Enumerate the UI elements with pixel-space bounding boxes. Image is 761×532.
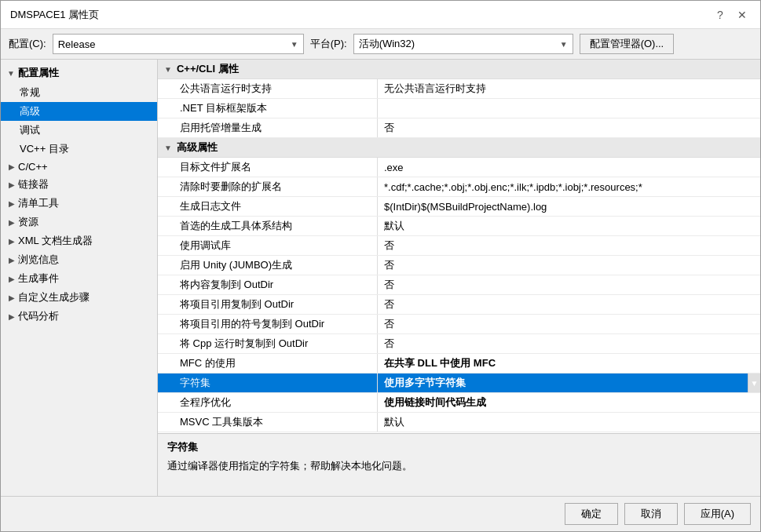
sidebar-group-manifest[interactable]: ▶ 清单工具 [1,194,157,213]
dialog: DMSPACE1 属性页 ? ✕ 配置(C): Release ▼ 平台(P):… [0,0,761,532]
prop-name-copy-proj-sym: 将项目引用的符号复制到 OutDir [158,315,378,333]
sidebar-group-label-cpp: C/C++ [18,161,48,173]
prop-row-msvc-toolset[interactable]: MSVC 工具集版本 默认 [158,413,760,432]
prop-value-msvc-toolset: 默认 [378,413,760,432]
sidebar-item-advanced[interactable]: 高级 [1,102,157,121]
sidebar-group-resource[interactable]: ▶ 资源 [1,213,157,231]
prop-value-charset: 使用多字节字符集 [378,373,748,392]
title-bar: DMSPACE1 属性页 ? ✕ [1,1,760,29]
section-collapse-arrow: ▼ [7,69,15,78]
close-button[interactable]: ✕ [734,6,751,24]
prop-name-msvc-toolset: MSVC 工具集版本 [158,413,378,432]
sidebar-group-label-linker: 链接器 [18,177,49,191]
prop-name-preferred-toolset: 首选的生成工具体系结构 [158,217,378,235]
prop-row-copy-content[interactable]: 将内容复制到 OutDir 否 [158,275,760,295]
sidebar-group-label-xml: XML 文档生成器 [18,234,93,248]
title-bar-buttons: ? ✕ [712,6,751,24]
prop-name-build-log: 生成日志文件 [158,197,378,216]
ok-button[interactable]: 确定 [565,503,618,525]
prop-name-mfc-use: MFC 的使用 [158,354,378,373]
prop-value-mfc-use: 在共享 DLL 中使用 MFC [378,354,760,373]
sidebar-group-label-resource: 资源 [18,215,38,229]
prop-row-mfc-use[interactable]: MFC 的使用 在共享 DLL 中使用 MFC [158,354,760,373]
prop-row-target-ext[interactable]: 目标文件扩展名 .exe [158,158,760,177]
config-bar: 配置(C): Release ▼ 平台(P): 活动(Win32) ▼ 配置管理… [1,29,760,60]
description-area: 字符集 通过编译器使用指定的字符集；帮助解决本地化问题。 [158,433,760,496]
prop-name-clr-support: 公共语言运行时支持 [158,79,378,98]
group-custom-build-arrow: ▶ [9,293,15,302]
main-area: ▼ 配置属性 常规 高级 调试 VC++ 目录 ▶ C/C++ ▶ 链接器 [1,60,760,496]
sidebar-group-label-browse: 浏览信息 [18,253,59,267]
apply-button[interactable]: 应用(A) [684,503,751,525]
prop-name-target-ext: 目标文件扩展名 [158,158,378,177]
prop-value-clr-support: 无公共语言运行时支持 [378,79,760,98]
prop-name-clean-ext: 清除时要删除的扩展名 [158,177,378,196]
sidebar-group-label-code-analysis: 代码分析 [18,309,59,323]
prop-name-managed-incremental: 启用托管增量生成 [158,118,378,137]
footer: 确定 取消 应用(A) [1,496,760,531]
prop-value-copy-proj-sym: 否 [378,315,760,333]
group-code-analysis-arrow: ▶ [9,312,15,321]
config-value: Release [58,38,96,50]
sidebar-group-linker[interactable]: ▶ 链接器 [1,175,157,194]
prop-row-copy-proj-refs[interactable]: 将项目引用复制到 OutDir 否 [158,295,760,315]
prop-name-dotnet-version: .NET 目标框架版本 [158,99,378,118]
prop-row-use-debug-lib[interactable]: 使用调试库 否 [158,236,760,256]
sidebar-group-build-events[interactable]: ▶ 生成事件 [1,269,157,288]
prop-row-whole-program-opt[interactable]: 全程序优化 使用链接时间代码生成 [158,393,760,413]
prop-row-build-log[interactable]: 生成日志文件 $(IntDir)$(MSBuildProjectName).lo… [158,197,760,217]
manage-config-button[interactable]: 配置管理器(O)... [580,34,675,54]
sidebar-section-header[interactable]: ▼ 配置属性 [1,63,157,83]
sidebar-item-general[interactable]: 常规 [1,83,157,102]
prop-value-unity-build: 否 [378,256,760,275]
prop-value-copy-cpp-runtime: 否 [378,334,760,353]
cpp-cli-section-header[interactable]: ▼ C++/CLI 属性 [158,60,760,79]
sidebar-group-xml[interactable]: ▶ XML 文档生成器 [1,231,157,250]
prop-name-use-debug-lib: 使用调试库 [158,236,378,255]
prop-row-copy-cpp-runtime[interactable]: 将 Cpp 运行时复制到 OutDir 否 [158,334,760,354]
platform-dropdown-arrow: ▼ [560,40,568,49]
sidebar-item-debug[interactable]: 调试 [1,121,157,140]
prop-row-clean-ext[interactable]: 清除时要删除的扩展名 *.cdf;*.cache;*.obj;*.obj.enc… [158,177,760,197]
prop-row-clr-support[interactable]: 公共语言运行时支持 无公共语言运行时支持 [158,79,760,99]
config-label: 配置(C): [9,37,46,51]
prop-value-dotnet-version [378,99,760,118]
sidebar-group-cpp[interactable]: ▶ C/C++ [1,159,157,175]
group-browse-arrow: ▶ [9,256,15,264]
sidebar-group-custom-build[interactable]: ▶ 自定义生成步骤 [1,288,157,307]
prop-row-unity-build[interactable]: 启用 Unity (JUMBO)生成 否 [158,256,760,275]
prop-name-copy-content: 将内容复制到 OutDir [158,275,378,294]
advanced-section-label: 高级属性 [177,140,218,155]
prop-row-dotnet-version[interactable]: .NET 目标框架版本 [158,99,760,118]
group-build-events-arrow: ▶ [9,275,15,283]
cpp-cli-collapse-arrow: ▼ [164,65,172,74]
prop-name-whole-program-opt: 全程序优化 [158,393,378,412]
prop-row-managed-incremental[interactable]: 启用托管增量生成 否 [158,118,760,138]
description-title: 字符集 [167,440,751,454]
sidebar-group-label-custom-build: 自定义生成步骤 [18,290,90,304]
help-button[interactable]: ? [712,6,729,24]
sidebar-section-label: 配置属性 [18,66,59,80]
prop-row-copy-proj-sym[interactable]: 将项目引用的符号复制到 OutDir 否 [158,315,760,334]
prop-value-managed-incremental: 否 [378,118,760,137]
sidebar-item-vc-dirs[interactable]: VC++ 目录 [1,140,157,159]
sidebar-item-label-general: 常规 [20,86,40,98]
platform-select[interactable]: 活动(Win32) ▼ [353,34,573,54]
charset-dropdown-handle[interactable]: ▼ [748,373,760,392]
prop-row-preferred-toolset[interactable]: 首选的生成工具体系结构 默认 [158,217,760,236]
platform-value: 活动(Win32) [359,37,415,51]
sidebar: ▼ 配置属性 常规 高级 调试 VC++ 目录 ▶ C/C++ ▶ 链接器 [1,60,158,496]
cancel-button[interactable]: 取消 [624,503,678,525]
prop-value-preferred-toolset: 默认 [378,217,760,235]
advanced-section-header[interactable]: ▼ 高级属性 [158,138,760,158]
prop-value-whole-program-opt: 使用链接时间代码生成 [378,393,760,412]
config-select[interactable]: Release ▼ [53,34,304,54]
group-xml-arrow: ▶ [9,237,15,246]
sidebar-item-label-vc-dirs: VC++ 目录 [20,143,69,155]
prop-name-charset: 字符集 [158,373,378,392]
platform-label: 平台(P): [310,37,347,51]
sidebar-group-browse[interactable]: ▶ 浏览信息 [1,250,157,269]
prop-row-charset[interactable]: 字符集 使用多字节字符集 ▼ [158,373,760,393]
sidebar-group-code-analysis[interactable]: ▶ 代码分析 [1,307,157,326]
description-text: 通过编译器使用指定的字符集；帮助解决本地化问题。 [167,459,751,473]
